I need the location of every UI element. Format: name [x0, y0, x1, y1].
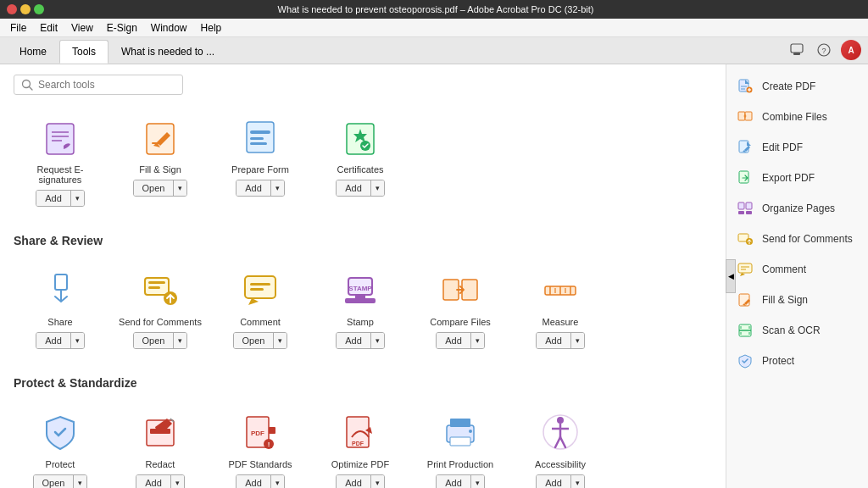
sidebar-item-edit-pdf[interactable]: Edit PDF	[726, 132, 868, 163]
accessibility-label: Accessibility	[535, 459, 586, 469]
menu-window[interactable]: Window	[144, 19, 194, 36]
sidebar-item-comment[interactable]: Comment	[726, 254, 868, 285]
share-review-grid: Share Add ▾ Send for Comment	[14, 261, 712, 356]
main-layout: Request E-signatures Add ▾ Fill & Sign	[0, 64, 868, 488]
stamp-add-btn[interactable]: Add	[337, 333, 370, 348]
menu-file[interactable]: File	[3, 19, 33, 36]
tool-optimize-pdf: PDF Optimize PDF Add ▾	[314, 403, 407, 488]
svg-rect-71	[746, 211, 752, 214]
redact-dropdown[interactable]: ▾	[170, 475, 184, 488]
fill-sign-dropdown[interactable]: ▾	[173, 180, 186, 196]
share-dropdown[interactable]: ▾	[70, 333, 84, 348]
close-btn[interactable]	[7, 4, 17, 14]
search-input[interactable]	[38, 79, 175, 91]
redact-label: Redact	[146, 459, 175, 469]
send-for-comments-icon	[138, 268, 182, 312]
svg-rect-29	[355, 295, 365, 299]
redact-btn-group: Add ▾	[136, 474, 185, 488]
svg-rect-21	[148, 281, 165, 284]
prepare-form-label: Prepare Form	[231, 164, 289, 175]
svg-rect-13	[250, 130, 270, 134]
sidebar-item-organize-pages[interactable]: Organize Pages	[726, 193, 868, 224]
sidebar-combine-files-label: Combine Files	[762, 111, 827, 123]
print-production-add-btn[interactable]: Add	[437, 475, 470, 488]
tab-bar: Home Tools What is needed to ... ? A	[0, 37, 868, 64]
share-add-btn[interactable]: Add	[36, 333, 70, 348]
request-esig-dropdown[interactable]: ▾	[70, 191, 84, 206]
top-tools-grid: Request E-signatures Add ▾ Fill & Sign	[14, 108, 712, 214]
certificates-add-btn[interactable]: Add	[337, 180, 370, 196]
share-tab-btn[interactable]	[787, 40, 807, 60]
accessibility-dropdown[interactable]: ▾	[570, 475, 584, 488]
certificates-dropdown[interactable]: ▾	[370, 180, 384, 196]
share-btn-group: Add ▾	[36, 332, 85, 349]
sidebar-item-protect[interactable]: Protect	[726, 346, 868, 376]
pdf-standards-add-btn[interactable]: Add	[236, 475, 270, 488]
optimize-pdf-dropdown[interactable]: ▾	[370, 475, 384, 488]
svg-line-5	[30, 87, 33, 91]
menu-edit[interactable]: Edit	[33, 19, 64, 36]
user-avatar[interactable]: A	[841, 40, 861, 60]
menu-view[interactable]: View	[64, 19, 100, 36]
edit-pdf-icon	[737, 139, 754, 156]
send-for-comments-dropdown[interactable]: ▾	[173, 333, 186, 348]
print-production-dropdown[interactable]: ▾	[470, 475, 484, 488]
compare-files-dropdown[interactable]: ▾	[470, 333, 484, 348]
sidebar-comment-label: Comment	[762, 263, 806, 275]
create-pdf-icon	[737, 78, 754, 95]
measure-add-btn[interactable]: Add	[537, 333, 570, 348]
optimize-pdf-icon: PDF	[338, 410, 382, 454]
sidebar-item-fill-sign[interactable]: Fill & Sign	[726, 285, 868, 315]
protect-label: Protect	[46, 459, 75, 469]
fill-sign-open-btn[interactable]: Open	[134, 180, 174, 196]
svg-rect-24	[245, 276, 275, 298]
menu-help[interactable]: Help	[194, 19, 229, 36]
protect-dropdown[interactable]: ▾	[73, 475, 86, 488]
request-esig-add-btn[interactable]: Add	[36, 191, 70, 206]
sidebar-item-send-for-comments[interactable]: Send for Comments	[726, 224, 868, 254]
minimize-btn[interactable]	[20, 4, 31, 14]
sidebar-item-export-pdf[interactable]: Export PDF	[726, 163, 868, 193]
pdf-standards-dropdown[interactable]: ▾	[270, 475, 284, 488]
pdf-standards-icon: PDF !	[238, 410, 282, 454]
send-for-comments-open-btn[interactable]: Open	[134, 333, 174, 348]
menu-esign[interactable]: E-Sign	[100, 19, 144, 36]
svg-text:STAMP: STAMP	[348, 285, 372, 292]
print-production-label: Print Production	[427, 459, 493, 469]
accessibility-add-btn[interactable]: Add	[537, 475, 570, 488]
measure-label: Measure	[542, 317, 579, 327]
prepare-form-dropdown[interactable]: ▾	[270, 180, 284, 196]
redact-add-btn[interactable]: Add	[136, 475, 170, 488]
sidebar-collapse-btn[interactable]: ◀	[726, 259, 736, 293]
tab-tools[interactable]: Tools	[59, 40, 108, 64]
svg-rect-6	[47, 124, 74, 154]
comment-open-btn[interactable]: Open	[234, 333, 274, 348]
help-btn[interactable]: ?	[814, 40, 834, 60]
svg-rect-74	[738, 263, 752, 273]
measure-icon	[538, 268, 582, 312]
sidebar-item-create-pdf[interactable]: Create PDF	[726, 71, 868, 102]
sidebar-item-scan-ocr[interactable]: Scan & OCR	[726, 315, 868, 346]
tab-document[interactable]: What is needed to ...	[108, 40, 227, 64]
svg-line-55	[555, 437, 560, 447]
stamp-dropdown[interactable]: ▾	[370, 333, 384, 348]
maximize-btn[interactable]	[34, 4, 44, 14]
sidebar-edit-pdf-label: Edit PDF	[762, 141, 803, 153]
protect-standardize-heading: Protect & Standardize	[14, 376, 712, 390]
sidebar-item-combine-files[interactable]: Combine Files	[726, 102, 868, 132]
optimize-pdf-label: Optimize PDF	[331, 459, 389, 469]
search-icon	[21, 79, 33, 91]
tool-share: Share Add ▾	[14, 261, 107, 356]
comment-dropdown[interactable]: ▾	[273, 333, 287, 348]
right-sidebar: Create PDF Combine Files	[726, 64, 868, 488]
measure-dropdown[interactable]: ▾	[570, 333, 584, 348]
tab-home[interactable]: Home	[7, 40, 59, 64]
compare-files-add-btn[interactable]: Add	[437, 333, 470, 348]
protect-open-btn[interactable]: Open	[34, 475, 74, 488]
prepare-form-add-btn[interactable]: Add	[236, 180, 270, 196]
stamp-btn-group: Add ▾	[336, 332, 385, 349]
sidebar-protect-icon	[737, 352, 754, 369]
optimize-pdf-add-btn[interactable]: Add	[337, 475, 370, 488]
certificates-icon	[338, 115, 382, 159]
fill-sign-icon	[138, 115, 182, 159]
